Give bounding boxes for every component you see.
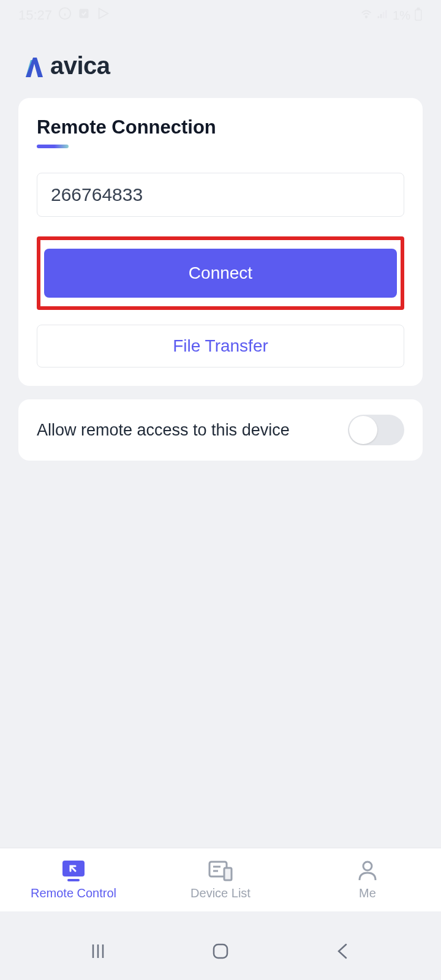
svg-marker-4 <box>99 9 108 19</box>
system-back-button[interactable] <box>325 939 361 963</box>
file-transfer-button[interactable]: File Transfer <box>37 325 404 368</box>
device-list-icon <box>206 859 235 883</box>
svg-point-18 <box>363 862 372 870</box>
system-nav-bar <box>0 922 441 980</box>
nav-me[interactable]: Me <box>294 848 441 911</box>
app-header: avica <box>0 31 441 98</box>
play-icon <box>96 7 110 24</box>
svg-rect-17 <box>224 868 232 880</box>
svg-rect-6 <box>378 16 380 18</box>
svg-rect-22 <box>214 944 227 958</box>
nav-label: Device List <box>190 886 251 900</box>
svg-rect-8 <box>383 12 385 18</box>
card-title: Remote Connection <box>37 116 404 138</box>
app-name: avica <box>50 52 110 80</box>
svg-point-5 <box>366 16 368 18</box>
avica-logo-icon <box>18 55 43 77</box>
status-right: 1% <box>360 7 423 24</box>
bottom-nav: Remote Control Device List Me <box>0 848 441 911</box>
battery-icon <box>414 7 423 24</box>
status-time: 15:27 <box>18 7 52 23</box>
check-icon <box>78 7 90 23</box>
allow-remote-card: Allow remote access to this device <box>18 399 423 461</box>
info-icon <box>58 7 72 24</box>
toggle-knob <box>349 416 377 444</box>
remote-connection-card: Remote Connection Connect File Transfer <box>18 98 423 386</box>
connect-button[interactable]: Connect <box>44 249 397 298</box>
system-recents-button[interactable] <box>80 939 116 963</box>
nav-device-list[interactable]: Device List <box>147 848 294 911</box>
status-bar: 15:27 1% <box>0 0 441 31</box>
connect-highlight: Connect <box>37 236 404 310</box>
user-icon <box>356 859 379 883</box>
remote-id-input[interactable] <box>37 173 404 217</box>
svg-rect-7 <box>380 14 382 18</box>
system-home-button[interactable] <box>202 939 239 963</box>
battery-text: 1% <box>393 9 410 23</box>
nav-label: Remote Control <box>31 886 116 900</box>
remote-control-icon <box>59 859 88 883</box>
nav-remote-control[interactable]: Remote Control <box>0 848 147 911</box>
status-left: 15:27 <box>18 7 110 24</box>
wifi-icon <box>360 7 373 24</box>
svg-rect-9 <box>385 10 387 18</box>
svg-rect-10 <box>415 10 421 20</box>
signal-icon <box>377 8 389 23</box>
nav-label: Me <box>359 886 376 900</box>
title-underline <box>37 145 69 148</box>
svg-rect-11 <box>417 8 420 10</box>
allow-remote-toggle[interactable] <box>348 415 404 445</box>
allow-remote-label: Allow remote access to this device <box>37 421 290 440</box>
svg-rect-13 <box>67 879 80 881</box>
